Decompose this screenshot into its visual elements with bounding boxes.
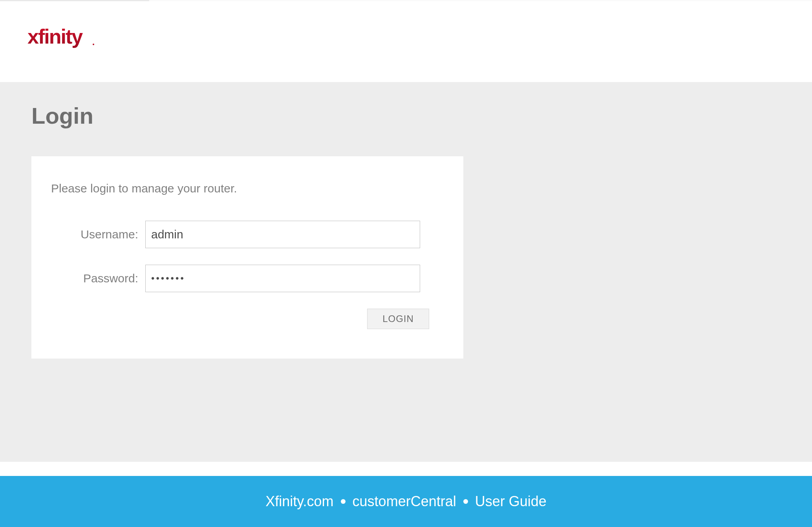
username-label: Username: xyxy=(61,228,145,241)
bullet-icon xyxy=(341,499,346,504)
login-instruction: Please login to manage your router. xyxy=(51,182,444,195)
svg-point-1 xyxy=(93,44,94,45)
login-button[interactable]: LOGIN xyxy=(367,309,429,329)
header: xfinity xyxy=(0,1,812,82)
bullet-icon xyxy=(463,499,468,504)
footer-links: Xfinity.com customerCentral User Guide xyxy=(265,493,547,510)
footer-link-user-guide[interactable]: User Guide xyxy=(475,493,547,510)
page-title: Login xyxy=(31,102,812,129)
footer-link-xfinity[interactable]: Xfinity.com xyxy=(265,493,333,510)
footer: Xfinity.com customerCentral User Guide xyxy=(0,476,812,527)
login-card: Please login to manage your router. User… xyxy=(31,156,463,359)
content-area: Login Please login to manage your router… xyxy=(0,81,812,462)
password-row: Password: xyxy=(51,265,444,292)
username-row: Username: xyxy=(51,221,444,248)
password-label: Password: xyxy=(61,272,145,285)
footer-link-customer-central[interactable]: customerCentral xyxy=(353,493,456,510)
username-input[interactable] xyxy=(145,221,420,248)
xfinity-logo: xfinity xyxy=(27,25,126,55)
password-input[interactable] xyxy=(145,265,420,292)
svg-text:xfinity: xfinity xyxy=(27,25,83,48)
button-row: LOGIN xyxy=(51,309,444,329)
